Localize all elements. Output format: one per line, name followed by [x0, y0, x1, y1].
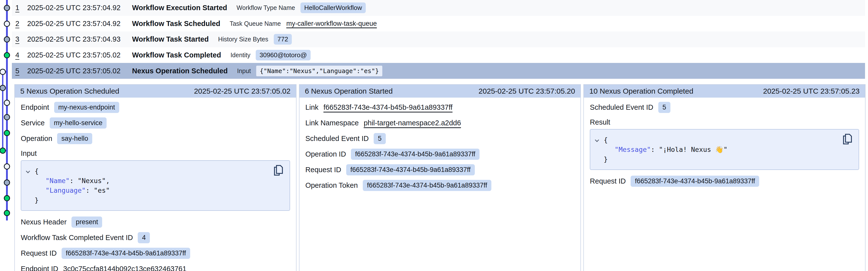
- detail-field: Operation Token f665283f-743e-4374-b45b-…: [305, 180, 575, 191]
- detail-field-label: Service: [21, 119, 45, 127]
- json-code-block: {"Message": "¡Hola! Nexus 👋"}: [590, 129, 859, 170]
- detail-field-label: Operation Token: [305, 181, 358, 190]
- event-id-link[interactable]: 3: [16, 35, 25, 43]
- timeline-dot-gray: [4, 37, 10, 42]
- detail-field: Scheduled Event ID 5: [590, 102, 859, 113]
- detail-field-badge: f665283f-743e-4374-b45b-9a61a89337ff: [363, 180, 491, 191]
- panel-header: 10 Nexus Operation Completed 2025-02-25 …: [584, 85, 865, 98]
- event-row[interactable]: 1 2025-02-25 UTC 23:57:04.92 Workflow Ex…: [12, 0, 865, 16]
- timeline-dot-green: [4, 130, 10, 136]
- detail-field-badge: 5: [374, 133, 386, 144]
- event-id-link[interactable]: 2: [16, 20, 25, 28]
- detail-field-badge: 4: [138, 232, 150, 243]
- event-id-link[interactable]: 5: [16, 67, 25, 75]
- event-name: Workflow Task Completed: [132, 51, 221, 59]
- detail-field-badge: say-hello: [57, 133, 92, 144]
- json-code-line: {: [590, 135, 841, 145]
- detail-field-label: Result: [590, 118, 610, 126]
- event-attribute-label: Workflow Type Name: [237, 4, 295, 11]
- detail-field: Request ID f665283f-743e-4374-b45b-9a61a…: [21, 247, 290, 259]
- workflow-timeline-rail: [0, 0, 14, 271]
- event-row[interactable]: 2 2025-02-25 UTC 23:57:04.92 Workflow Ta…: [12, 16, 865, 32]
- detail-field-link[interactable]: f665283f-743e-4374-b45b-9a61a89337ff: [323, 103, 453, 111]
- collapse-chevron-icon[interactable]: [594, 138, 600, 143]
- detail-field-label: Request ID: [305, 166, 341, 174]
- event-history-list: 1 2025-02-25 UTC 23:57:04.92 Workflow Ex…: [12, 0, 865, 79]
- detail-field-badge: f665283f-743e-4374-b45b-9a61a89337ff: [62, 248, 190, 259]
- panel-timestamp: 2025-02-25 UTC 23:57:05.02: [194, 87, 290, 96]
- detail-field: Operation say-hello: [21, 133, 290, 144]
- detail-field-label: Operation ID: [305, 150, 346, 158]
- detail-field-label: Link Namespace: [305, 119, 359, 127]
- panel-title: 6 Nexus Operation Started: [305, 87, 393, 96]
- timeline-dot-white: [4, 21, 10, 27]
- timeline-dot-gray: [4, 180, 10, 185]
- panel-title: 5 Nexus Operation Scheduled: [20, 87, 119, 96]
- panel-body: Endpoint my-nexus-endpoint Service my-he…: [15, 98, 296, 271]
- detail-field-label: Input: [21, 150, 37, 158]
- event-row[interactable]: 3 2025-02-25 UTC 23:57:04.93 Workflow Ta…: [12, 31, 865, 47]
- panel-timestamp: 2025-02-25 UTC 23:57:05.23: [763, 87, 860, 96]
- event-row[interactable]: 5 2025-02-25 UTC 23:57:05.02 Nexus Opera…: [12, 63, 865, 79]
- json-code-line: {: [21, 166, 272, 176]
- panel-body: Scheduled Event ID 5 Result {"Message": …: [584, 98, 865, 271]
- event-id-link[interactable]: 4: [16, 51, 25, 59]
- detail-field-badge: f665283f-743e-4374-b45b-9a61a89337ff: [351, 148, 479, 160]
- detail-field-label: Endpoint ID: [21, 265, 58, 271]
- event-id-link[interactable]: 1: [16, 4, 25, 12]
- json-code-lines: {"Name": "Nexus","Language": "es"}: [21, 166, 272, 205]
- detail-field: Workflow Task Completed Event ID 4: [21, 232, 290, 243]
- detail-field: Request ID f665283f-743e-4374-b45b-9a61a…: [305, 164, 575, 175]
- panel-header: 5 Nexus Operation Scheduled 2025-02-25 U…: [15, 85, 296, 98]
- event-attribute-label: Identity: [230, 52, 250, 59]
- timeline-dot-gray: [0, 85, 5, 91]
- timeline-dot-gray: [4, 5, 10, 11]
- detail-field: Result: [590, 117, 859, 127]
- json-code-line: }: [21, 195, 272, 205]
- event-attribute-value: {"Name":"Nexus","Language":"es"}: [256, 66, 382, 76]
- json-code-block: {"Name": "Nexus","Language": "es"}: [21, 160, 290, 211]
- detail-field-link[interactable]: 3c0c75ccfa8144b092c13ce632463761: [63, 265, 186, 271]
- copy-icon[interactable]: [842, 134, 853, 145]
- event-timestamp: 2025-02-25 UTC 23:57:04.92: [27, 4, 126, 12]
- event-row[interactable]: 4 2025-02-25 UTC 23:57:05.02 Workflow Ta…: [12, 47, 865, 63]
- detail-field: Operation ID f665283f-743e-4374-b45b-9a6…: [305, 148, 575, 160]
- event-detail-panel: 6 Nexus Operation Started 2025-02-25 UTC…: [299, 84, 581, 271]
- timeline-dot-gray: [4, 114, 10, 120]
- event-attribute-link[interactable]: my-caller-workflow-task-queue: [286, 20, 377, 27]
- event-attribute-label: Input: [237, 67, 251, 75]
- timeline-dot-white: [4, 100, 10, 106]
- detail-field-label: Workflow Task Completed Event ID: [21, 234, 133, 242]
- detail-field: Link Namespace phil-target-namespace2.a2…: [305, 117, 575, 129]
- detail-field-label: Operation: [21, 135, 52, 143]
- timeline-dot-white: [0, 69, 5, 75]
- panel-timestamp: 2025-02-25 UTC 23:57:05.20: [478, 87, 575, 96]
- event-timestamp: 2025-02-25 UTC 23:57:04.92: [27, 20, 126, 28]
- event-detail-panel: 10 Nexus Operation Completed 2025-02-25 …: [583, 84, 866, 271]
- detail-field: Endpoint my-nexus-endpoint: [21, 102, 290, 113]
- detail-field: Service my-hello-service: [21, 117, 290, 129]
- detail-field-label: Request ID: [21, 249, 57, 258]
- detail-field: Nexus Header present: [21, 216, 290, 228]
- detail-field-badge: f665283f-743e-4374-b45b-9a61a89337ff: [630, 175, 759, 187]
- detail-field: Scheduled Event ID 5: [305, 133, 575, 144]
- event-name: Nexus Operation Scheduled: [132, 67, 228, 75]
- detail-field-label: Nexus Header: [21, 218, 66, 226]
- detail-field: Link f665283f-743e-4374-b45b-9a61a89337f…: [305, 102, 575, 113]
- detail-field-label: Scheduled Event ID: [305, 135, 369, 143]
- detail-field-link[interactable]: phil-target-namespace2.a2dd6: [364, 119, 461, 127]
- detail-field-badge: my-nexus-endpoint: [54, 102, 119, 113]
- json-code-lines: {"Message": "¡Hola! Nexus 👋"}: [590, 135, 841, 164]
- event-name: Workflow Task Started: [132, 35, 209, 43]
- event-attribute-label: History Size Bytes: [218, 36, 268, 43]
- json-code-line: "Name": "Nexus",: [21, 176, 272, 186]
- event-name: Workflow Execution Started: [132, 4, 227, 12]
- event-timestamp: 2025-02-25 UTC 23:57:05.02: [27, 67, 126, 75]
- timeline-dot-green: [0, 148, 5, 153]
- copy-icon[interactable]: [273, 165, 284, 177]
- detail-field-badge: 5: [658, 102, 671, 113]
- collapse-chevron-icon[interactable]: [25, 169, 31, 174]
- detail-field-label: Scheduled Event ID: [590, 103, 653, 111]
- json-code-line: "Message": "¡Hola! Nexus 👋": [590, 145, 841, 154]
- detail-field-badge: my-hello-service: [50, 117, 107, 129]
